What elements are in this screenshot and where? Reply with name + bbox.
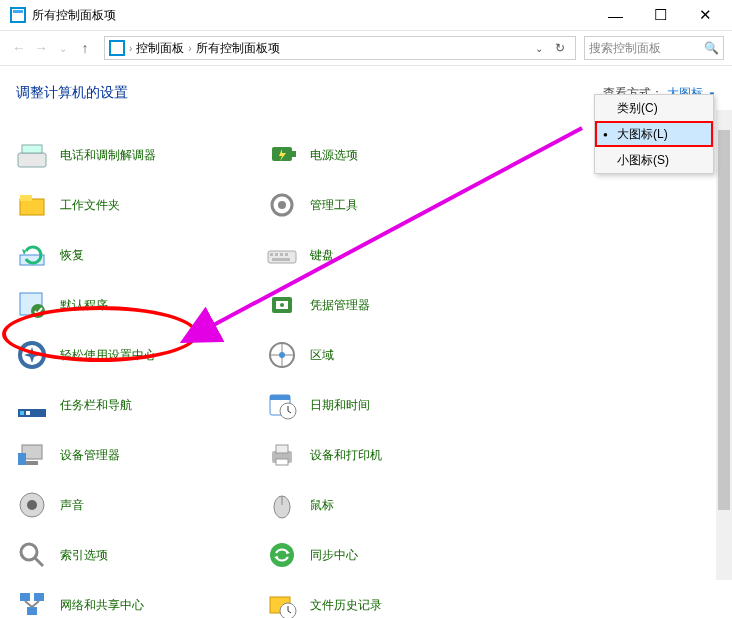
- item-ease-of-access[interactable]: 轻松使用设置中心: [16, 330, 266, 380]
- item-region[interactable]: 区域: [266, 330, 516, 380]
- ease-of-access-icon: [16, 339, 48, 371]
- breadcrumb-current[interactable]: 所有控制面板项: [196, 40, 280, 57]
- refresh-button[interactable]: ↻: [555, 41, 565, 55]
- svg-rect-19: [272, 258, 290, 261]
- date-time-icon: [266, 389, 298, 421]
- item-default-programs[interactable]: 默认程序: [16, 280, 266, 330]
- svg-rect-17: [280, 253, 283, 256]
- item-label: 管理工具: [310, 197, 358, 214]
- device-manager-icon: [16, 439, 48, 471]
- search-box[interactable]: 搜索控制面板 🔍: [584, 36, 724, 60]
- titlebar: 所有控制面板项 — ☐ ✕: [0, 0, 732, 30]
- item-devices-printers[interactable]: 设备和打印机: [266, 430, 516, 480]
- item-label: 电源选项: [310, 147, 358, 164]
- item-label: 工作文件夹: [60, 197, 120, 214]
- item-work-folders[interactable]: 工作文件夹: [16, 180, 266, 230]
- item-label: 鼠标: [310, 497, 334, 514]
- item-indexing[interactable]: 索引选项: [16, 530, 266, 580]
- window-controls: — ☐ ✕: [593, 0, 728, 30]
- control-panel-icon: [109, 40, 125, 56]
- file-history-icon: [266, 589, 298, 618]
- item-taskbar-nav[interactable]: 任务栏和导航: [16, 380, 266, 430]
- item-device-manager[interactable]: 设备管理器: [16, 430, 266, 480]
- back-button[interactable]: ←: [8, 40, 30, 56]
- svg-rect-40: [276, 459, 288, 465]
- item-sound[interactable]: 声音: [16, 480, 266, 530]
- dropdown-item-small-icons[interactable]: 小图标(S): [595, 147, 713, 173]
- item-label: 设备和打印机: [310, 447, 382, 464]
- taskbar-nav-icon: [16, 389, 48, 421]
- svg-rect-50: [27, 607, 37, 615]
- power-icon: [266, 139, 298, 171]
- mouse-icon: [266, 489, 298, 521]
- svg-rect-4: [111, 42, 123, 54]
- item-sync-center[interactable]: 同步中心: [266, 530, 516, 580]
- work-folders-icon: [16, 189, 48, 221]
- item-date-time[interactable]: 日期和时间: [266, 380, 516, 430]
- item-power[interactable]: 电源选项: [266, 130, 516, 180]
- item-label: 声音: [60, 497, 84, 514]
- minimize-button[interactable]: —: [593, 0, 638, 30]
- svg-point-47: [270, 543, 294, 567]
- svg-rect-31: [26, 411, 30, 415]
- svg-point-24: [280, 303, 284, 307]
- default-programs-icon: [16, 289, 48, 321]
- recent-dropdown[interactable]: ⌄: [52, 43, 74, 54]
- dropdown-item-category[interactable]: 类别(C): [595, 95, 713, 121]
- phone-modem-icon: [16, 139, 48, 171]
- svg-rect-30: [20, 411, 24, 415]
- page-title: 调整计算机的设置: [16, 84, 128, 102]
- svg-rect-36: [26, 461, 38, 465]
- item-network-sharing[interactable]: 网络和共享中心: [16, 580, 266, 618]
- credential-manager-icon: [266, 289, 298, 321]
- view-by-dropdown: 类别(C) ● 大图标(L) 小图标(S): [594, 94, 714, 174]
- svg-rect-49: [34, 593, 44, 601]
- item-label: 同步中心: [310, 547, 358, 564]
- search-icon[interactable]: 🔍: [704, 41, 719, 55]
- scrollbar-thumb[interactable]: [718, 130, 730, 510]
- svg-rect-37: [18, 453, 26, 465]
- close-button[interactable]: ✕: [683, 0, 728, 30]
- svg-rect-9: [20, 199, 44, 215]
- dropdown-item-label: 大图标(L): [617, 126, 668, 143]
- svg-rect-48: [20, 593, 30, 601]
- item-label: 区域: [310, 347, 334, 364]
- dropdown-item-label: 类别(C): [617, 100, 658, 117]
- svg-rect-16: [275, 253, 278, 256]
- item-credential-manager[interactable]: 凭据管理器: [266, 280, 516, 330]
- window-title: 所有控制面板项: [32, 7, 593, 24]
- admin-tools-icon: [266, 189, 298, 221]
- address-bar[interactable]: › 控制面板 › 所有控制面板项 ⌄ ↻: [104, 36, 576, 60]
- svg-rect-18: [285, 253, 288, 256]
- content-area: 调整计算机的设置 查看方式： 大图标 ▼ 类别(C) ● 大图标(L) 小图标(…: [0, 66, 732, 618]
- svg-point-28: [279, 352, 285, 358]
- item-label: 默认程序: [60, 297, 108, 314]
- svg-point-42: [27, 500, 37, 510]
- forward-button[interactable]: →: [30, 40, 52, 56]
- item-admin-tools[interactable]: 管理工具: [266, 180, 516, 230]
- address-tail: ⌄ ↻: [529, 41, 571, 55]
- item-label: 文件历史记录: [310, 597, 382, 614]
- item-file-history[interactable]: 文件历史记录: [266, 580, 516, 618]
- vertical-scrollbar[interactable]: [716, 110, 732, 580]
- items-grid: 电话和调制解调器 电源选项 工作文件夹 管理工具 恢复 键盘 默认程序: [16, 130, 536, 618]
- breadcrumb-root[interactable]: 控制面板: [136, 40, 184, 57]
- svg-rect-14: [268, 251, 296, 263]
- item-label: 轻松使用设置中心: [60, 347, 156, 364]
- maximize-button[interactable]: ☐: [638, 0, 683, 30]
- item-phone-modem[interactable]: 电话和调制解调器: [16, 130, 266, 180]
- item-mouse[interactable]: 鼠标: [266, 480, 516, 530]
- svg-rect-39: [276, 445, 288, 453]
- breadcrumb-sep: ›: [129, 43, 132, 54]
- svg-rect-8: [292, 151, 296, 157]
- sync-center-icon: [266, 539, 298, 571]
- breadcrumb-sep: ›: [188, 43, 191, 54]
- address-history-dropdown[interactable]: ⌄: [535, 43, 543, 54]
- item-recovery[interactable]: 恢复: [16, 230, 266, 280]
- item-keyboard[interactable]: 键盘: [266, 230, 516, 280]
- dropdown-item-large-icons[interactable]: ● 大图标(L): [595, 121, 713, 147]
- up-button[interactable]: ↑: [74, 40, 96, 56]
- svg-rect-33: [270, 395, 290, 400]
- svg-line-46: [35, 558, 43, 566]
- svg-point-45: [21, 544, 37, 560]
